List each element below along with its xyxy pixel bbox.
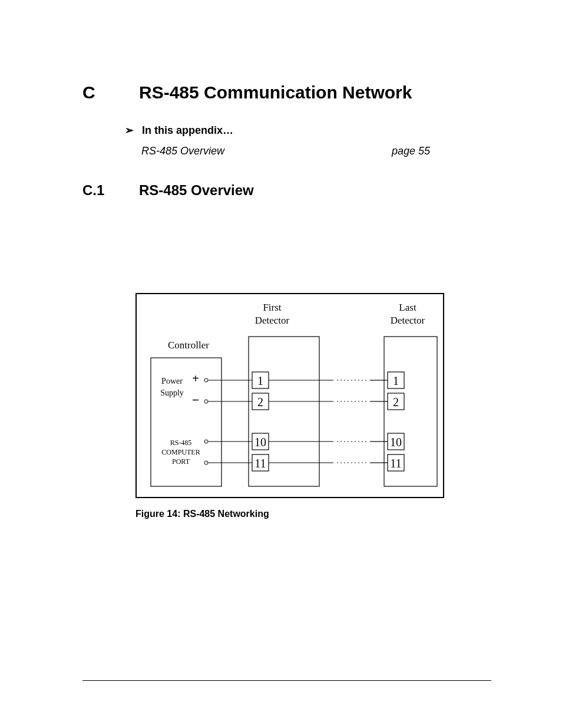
toc-row: RS-485 Overview page 55 <box>141 145 430 157</box>
bullet-arrow-icon: ➢ <box>125 124 134 137</box>
last-detector-label-top: Last <box>399 302 416 313</box>
diagram-svg: First Detector Last Detector Controller … <box>137 294 443 497</box>
figure: First Detector Last Detector Controller … <box>135 293 442 519</box>
power-plus-label: + <box>192 372 199 385</box>
first-detector-label-top: First <box>263 302 281 313</box>
terminal-first-0: 1 <box>257 374 263 387</box>
toc-item: RS-485 Overview <box>141 145 224 157</box>
page-title-row: C RS-485 Communication Network <box>82 83 491 103</box>
section-number: C.1 <box>82 182 139 199</box>
first-detector-label-bottom: Detector <box>255 315 290 326</box>
terminal-first-1: 2 <box>257 396 263 409</box>
terminal-last-3: 11 <box>390 457 401 470</box>
terminal-last-1: 2 <box>393 396 399 409</box>
terminal-last-0: 1 <box>393 374 399 387</box>
section-heading: C.1 RS-485 Overview <box>82 182 491 199</box>
appendix-title: RS-485 Communication Network <box>139 83 412 103</box>
toc-page: page 55 <box>392 145 430 157</box>
figure-box: First Detector Last Detector Controller … <box>135 293 444 498</box>
last-detector-label-bottom: Detector <box>391 315 425 326</box>
appendix-bullet: ➢ In this appendix… <box>125 124 491 137</box>
circle-terminal-icon <box>204 400 208 403</box>
terminal-last-2: 10 <box>390 436 402 449</box>
circle-terminal-icon <box>204 440 208 443</box>
terminal-first-3: 11 <box>254 457 266 470</box>
port-label-1: RS-485 <box>170 439 192 447</box>
footer-rule <box>82 680 491 681</box>
port-label-2: COMPUTER <box>161 448 200 456</box>
terminal-first-2: 10 <box>254 436 266 449</box>
appendix-letter: C <box>82 83 139 103</box>
figure-caption: Figure 14: RS-485 Networking <box>135 509 442 519</box>
section-title: RS-485 Overview <box>139 182 254 199</box>
power-label-top: Power <box>161 377 183 386</box>
power-label-bottom: Supply <box>160 388 184 397</box>
controller-label: Controller <box>168 340 209 351</box>
bullet-label: In this appendix… <box>142 124 233 137</box>
circle-terminal-icon <box>204 461 208 465</box>
circle-terminal-icon <box>204 378 208 382</box>
power-minus-label: – <box>192 393 199 406</box>
port-label-3: PORT <box>172 457 190 466</box>
